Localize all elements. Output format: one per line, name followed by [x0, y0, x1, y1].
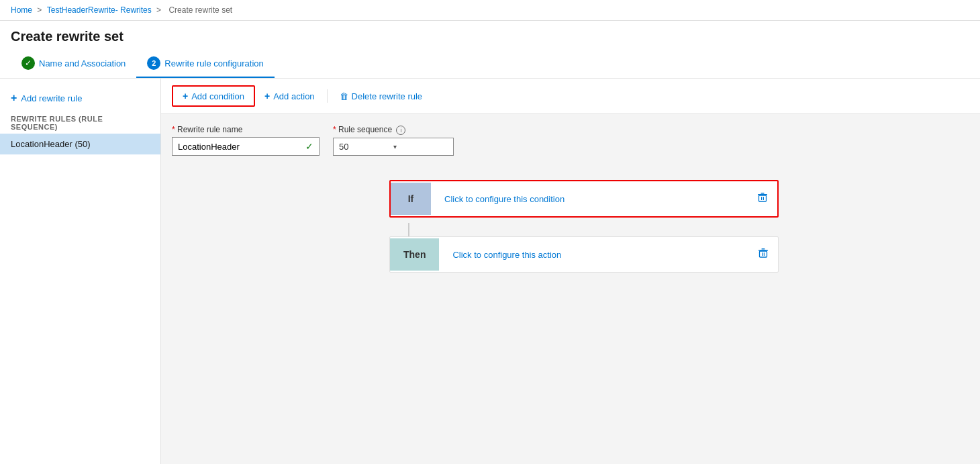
condition-configure-text[interactable]: Click to configure this condition: [431, 183, 748, 215]
breadcrumb-parent[interactable]: TestHeaderRewrite- Rewrites: [47, 5, 152, 15]
main-layout: + Add rewrite rule REWRITE RULES (RULE S…: [0, 79, 980, 464]
plus-icon: +: [11, 92, 17, 104]
tabs-container: ✓ Name and Association 2 Rewrite rule co…: [0, 50, 980, 79]
tab-number-badge: 2: [147, 56, 160, 70]
breadcrumb-current: Create rewrite set: [168, 5, 232, 15]
condition-block: If Click to configure this condition: [389, 180, 779, 273]
condition-card: If Click to configure this condition: [389, 180, 779, 218]
add-condition-button[interactable]: + Add condition: [172, 85, 255, 107]
rewrite-rule-name-input-wrapper[interactable]: ✓: [172, 137, 320, 156]
condition-delete-button[interactable]: [748, 181, 777, 216]
tab-name-association-label: Name and Association: [39, 58, 126, 68]
delete-rewrite-rule-button[interactable]: 🗑 Delete rewrite rule: [330, 87, 432, 105]
rule-sequence-info-icon[interactable]: i: [396, 126, 405, 135]
rewrite-rule-name-field: * Rewrite rule name ✓: [172, 125, 320, 156]
delete-rewrite-rule-label: Delete rewrite rule: [352, 91, 423, 101]
delete-action-icon: [758, 248, 769, 259]
tab-name-association[interactable]: ✓ Name and Association: [11, 50, 136, 78]
svg-rect-3: [761, 197, 762, 200]
svg-rect-5: [758, 250, 768, 251]
rewrite-rule-name-label: * Rewrite rule name: [172, 125, 320, 134]
rule-item-location-header[interactable]: LocationHeader (50): [0, 134, 160, 154]
add-action-label: Add action: [273, 91, 314, 101]
rewrite-rule-name-input[interactable]: [178, 142, 303, 152]
svg-rect-0: [758, 194, 767, 195]
svg-rect-7: [760, 251, 767, 257]
input-check-icon: ✓: [305, 141, 313, 152]
required-star: *: [172, 125, 177, 134]
required-star-2: *: [333, 125, 338, 134]
toolbar: + Add condition + Add action 🗑 Delete re…: [161, 79, 980, 114]
action-configure-text[interactable]: Click to configure this action: [439, 239, 748, 271]
action-then-label: Then: [390, 238, 439, 271]
delete-rule-icon: 🗑: [340, 91, 348, 101]
chevron-down-icon: ▾: [393, 143, 448, 150]
page-title: Create rewrite set: [0, 21, 980, 50]
tab-check-icon: ✓: [21, 56, 35, 70]
svg-rect-1: [761, 193, 765, 194]
canvas-area: If Click to configure this condition: [161, 167, 980, 435]
add-action-plus-icon: +: [264, 91, 270, 101]
breadcrumb-home[interactable]: Home: [11, 5, 32, 15]
add-condition-plus-icon: +: [183, 91, 188, 101]
connector-line: [408, 223, 409, 236]
tab-rewrite-rule-config[interactable]: 2 Rewrite rule configuration: [136, 50, 274, 78]
svg-rect-2: [759, 195, 767, 201]
rule-sequence-select[interactable]: 50 ▾: [333, 138, 454, 156]
sidebar: + Add rewrite rule REWRITE RULES (RULE S…: [0, 79, 161, 464]
action-delete-button[interactable]: [748, 237, 778, 272]
rules-section-label: REWRITE RULES (RULE SEQUENCE): [0, 109, 160, 134]
add-rewrite-rule-label: Add rewrite rule: [21, 93, 82, 103]
condition-if-label: If: [391, 183, 431, 215]
svg-rect-4: [763, 197, 764, 200]
action-card: Then Click to configure this action: [389, 236, 779, 273]
rule-sequence-field: * Rule sequence i 50 ▾: [333, 125, 454, 156]
svg-rect-6: [762, 248, 765, 250]
toolbar-separator: [327, 89, 328, 103]
form-section: * Rewrite rule name ✓ * Rule sequence i: [161, 114, 980, 167]
breadcrumb: Home > TestHeaderRewrite- Rewrites > Cre…: [0, 0, 980, 21]
breadcrumb-sep1: >: [37, 5, 44, 15]
form-row: * Rewrite rule name ✓ * Rule sequence i: [172, 125, 969, 156]
rule-sequence-value: 50: [339, 142, 393, 152]
rule-item-label: LocationHeader (50): [11, 139, 91, 149]
delete-condition-icon: [757, 192, 768, 203]
content-area: + Add condition + Add action 🗑 Delete re…: [161, 79, 980, 464]
tab-rewrite-rule-config-label: Rewrite rule configuration: [164, 58, 263, 68]
rule-sequence-label: * Rule sequence i: [333, 125, 454, 135]
add-condition-label: Add condition: [191, 91, 244, 101]
add-action-button[interactable]: + Add action: [255, 87, 324, 105]
svg-rect-9: [764, 252, 765, 256]
svg-rect-8: [762, 252, 763, 256]
breadcrumb-sep2: >: [156, 5, 163, 15]
add-rewrite-rule-button[interactable]: + Add rewrite rule: [0, 87, 93, 109]
